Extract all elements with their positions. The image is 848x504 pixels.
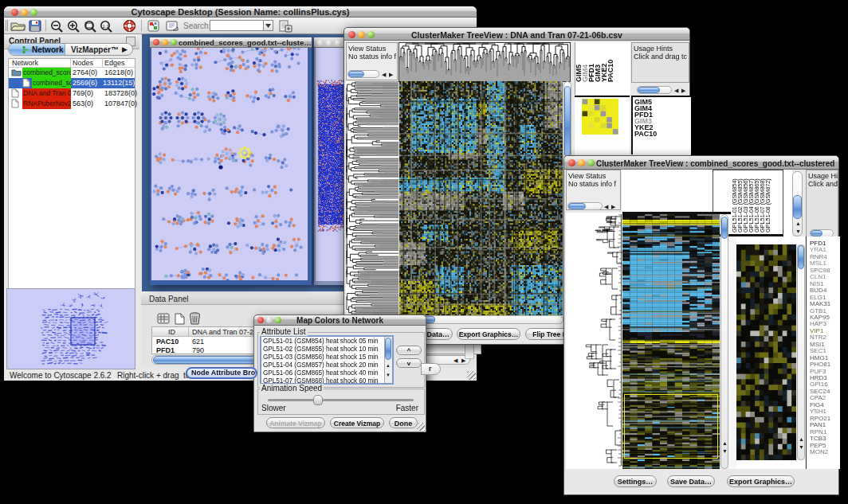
svg-text:1:1: 1:1: [103, 24, 110, 29]
